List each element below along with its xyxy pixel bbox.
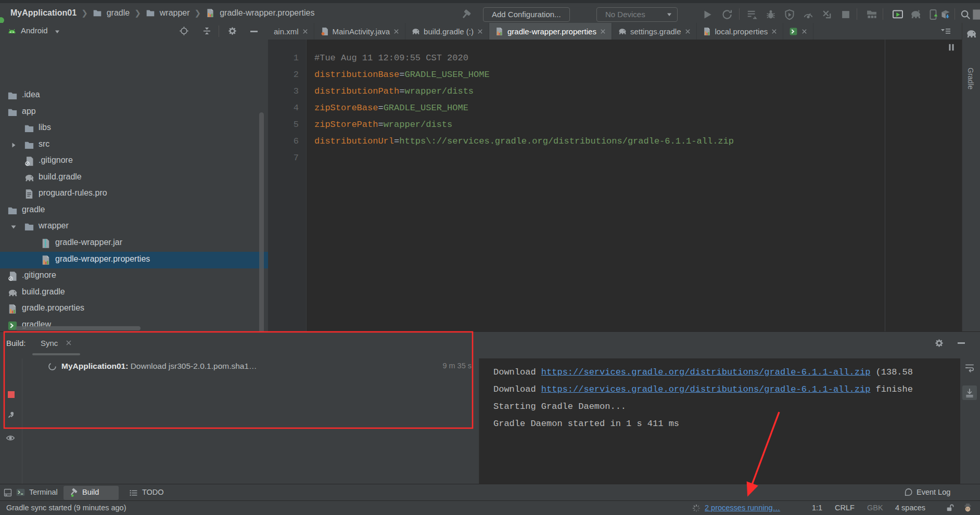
close-icon[interactable] [685, 29, 691, 34]
structure-icon[interactable] [866, 9, 877, 20]
close-icon[interactable] [393, 29, 399, 34]
square-icon[interactable] [972, 9, 980, 20]
console-link[interactable]: https://services.gradle.org/distribution… [541, 367, 871, 377]
gradle-elephant-icon[interactable] [965, 28, 977, 40]
code-line: #Tue Aug 11 12:09:55 CST 2020 [314, 50, 468, 67]
tree-item-gradle-wrapper-properties[interactable]: gradle-wrapper.properties [0, 252, 268, 268]
processes-running-link[interactable]: 2 processes running… [705, 504, 780, 512]
close-icon[interactable] [600, 29, 606, 34]
project-horizontal-scrollbar[interactable] [16, 326, 141, 330]
analysis-pause-icon[interactable] [947, 43, 956, 52]
tree-item-src[interactable]: src [0, 137, 268, 153]
build-task-row[interactable]: MyApplication01: Download jsr305-2.0.1.p… [22, 358, 479, 375]
gradle-stripe-button[interactable]: Gradle [966, 68, 975, 89]
close-icon[interactable] [66, 340, 72, 346]
project-vertical-scrollbar[interactable] [259, 112, 264, 331]
close-icon[interactable] [477, 29, 483, 34]
console-link[interactable]: https://services.gradle.org/distribution… [541, 384, 871, 394]
hammer-icon[interactable] [460, 9, 472, 20]
locate-file-icon[interactable] [179, 26, 189, 36]
gear-icon[interactable] [227, 26, 237, 36]
indent-widget[interactable]: 4 spaces [895, 504, 925, 512]
device-selector-dropdown[interactable]: No Devices [596, 7, 678, 22]
add-configuration-button[interactable]: Add Configuration... [483, 7, 570, 22]
device-icon[interactable] [927, 9, 939, 20]
line-ending-widget[interactable]: CRLF [835, 504, 855, 512]
properties-icon [703, 27, 711, 36]
editor-tab[interactable]: local.properties [697, 23, 784, 40]
tree-item-gradle-wrapper-jar[interactable]: gradle-wrapper.jar [0, 235, 268, 252]
play-icon[interactable] [702, 9, 713, 20]
close-icon[interactable] [771, 29, 777, 34]
tree-item--gitignore[interactable]: .gitignore [0, 268, 268, 285]
sdk-icon[interactable] [940, 9, 951, 20]
tree-item-proguard-rules-pro[interactable]: proguard-rules.pro [0, 186, 268, 202]
close-icon[interactable] [801, 29, 807, 34]
search-icon[interactable] [960, 9, 971, 20]
tree-item-build-gradle[interactable]: build.gradle [0, 170, 268, 186]
editor-tab[interactable]: MainActivity.java [314, 23, 406, 40]
line-number: 6 [278, 133, 299, 150]
tree-item-gradle[interactable]: gradle [0, 202, 268, 219]
code-line: distributionBase=GRADLE_USER_HOME [314, 67, 490, 83]
breadcrumb-item[interactable]: wrapper [160, 8, 190, 18]
list-restart-icon[interactable] [746, 9, 758, 20]
hidden-tabs-icon[interactable] [940, 27, 951, 36]
code-editor[interactable]: 1234567 #Tue Aug 11 12:09:55 CST 2020dis… [268, 40, 962, 331]
bug-icon[interactable] [765, 9, 777, 20]
collapse-all-icon[interactable] [202, 26, 212, 36]
hide-panel-icon[interactable] [250, 31, 258, 32]
editor-tab[interactable]: build.gradle (:) [405, 23, 489, 40]
tree-item-label: libs [39, 123, 51, 132]
tree-item--gitignore[interactable]: .gitignore [0, 153, 268, 170]
minimize-icon[interactable] [958, 342, 965, 344]
eye-filter-icon[interactable] [6, 433, 15, 443]
stop-restart-icon[interactable] [821, 9, 833, 20]
ide-mascot-icon[interactable] [963, 503, 973, 513]
pin-icon[interactable] [6, 410, 16, 420]
status-message[interactable]: Gradle sync started (9 minutes ago) [6, 504, 126, 512]
breadcrumb-item[interactable]: gradle [107, 8, 130, 18]
unlock-icon[interactable] [945, 504, 954, 512]
breadcrumb: MyApplication01❯gradle❯wrapper❯gradle-wr… [10, 3, 315, 23]
tree-item-app[interactable]: app [0, 104, 268, 121]
build-console[interactable]: Download https://services.gradle.org/dis… [479, 358, 961, 484]
tree-item-wrapper[interactable]: wrapper [0, 218, 268, 235]
tree-item-libs[interactable]: libs [0, 120, 268, 137]
rerun-icon[interactable] [721, 9, 733, 20]
tree-item-gradle-properties[interactable]: gradle.properties [0, 301, 268, 317]
scroll-to-end-icon[interactable] [964, 388, 975, 398]
tree-item-label: gradle-wrapper.properties [55, 254, 150, 264]
editor-tab[interactable] [783, 23, 813, 40]
collapse-arrow-icon[interactable] [10, 224, 17, 230]
encoding-widget[interactable]: GBK [867, 504, 883, 512]
folder-icon [146, 8, 155, 18]
breadcrumb-item[interactable]: MyApplication01 [10, 8, 77, 18]
editor-gutter: 1234567 [268, 40, 307, 331]
soft-wrap-icon[interactable] [964, 363, 975, 373]
expand-arrow-icon[interactable] [10, 142, 17, 148]
tab-build-active[interactable]: Build [63, 486, 119, 500]
close-icon[interactable] [302, 29, 308, 34]
tree-item-build-gradle[interactable]: build.gradle [0, 285, 268, 301]
stop-build-button[interactable] [8, 391, 15, 398]
sync-elephant-icon[interactable] [910, 9, 921, 20]
tab-terminal[interactable]: Terminal [29, 488, 58, 496]
shield-play-icon[interactable] [784, 9, 795, 20]
avd-icon[interactable] [892, 9, 903, 20]
tab-todo[interactable]: TODO [142, 488, 164, 496]
gear-icon[interactable] [934, 338, 944, 348]
build-sync-tab[interactable]: Sync [41, 339, 58, 347]
event-log-button[interactable]: Event Log [917, 488, 950, 496]
folder-icon [93, 8, 102, 18]
tool-stripe-toggle-icon[interactable] [4, 488, 12, 497]
stop-icon[interactable] [840, 9, 851, 20]
gauge-icon[interactable] [803, 9, 814, 20]
editor-tab[interactable]: settings.gradle [612, 23, 697, 40]
project-view-selector[interactable]: Android [21, 26, 48, 35]
editor-tab[interactable]: ain.xml [268, 23, 314, 40]
caret-position-widget[interactable]: 1:1 [812, 504, 822, 512]
tree-item--idea[interactable]: .idea [0, 87, 268, 104]
editor-tab-active[interactable]: gradle-wrapper.properties [489, 23, 612, 40]
breadcrumb-item[interactable]: gradle-wrapper.properties [220, 8, 314, 18]
